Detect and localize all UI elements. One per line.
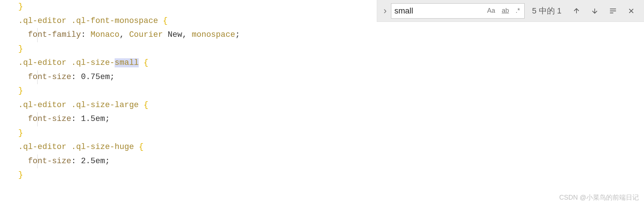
case-sensitive-icon[interactable]: Aa	[486, 6, 497, 15]
code-token: font-family	[28, 30, 81, 39]
code-token: monospace	[192, 30, 235, 39]
code-token: {	[139, 142, 143, 152]
search-input[interactable]	[394, 6, 482, 16]
code-token: :	[81, 30, 91, 39]
watermark-text: CSDN @小菜鸟的前端日记	[559, 193, 639, 202]
code-token: font-size	[28, 157, 71, 166]
code-token: {	[163, 16, 168, 26]
code-token: }	[18, 2, 23, 11]
filter-icon[interactable]	[605, 5, 621, 17]
code-line[interactable]: .ql-editor .ql-size-large {	[18, 98, 644, 113]
code-token: .ql-editor .ql-font-monospace	[18, 16, 163, 26]
code-token: font-size	[28, 72, 71, 82]
code-token: .ql-editor .ql-size-	[18, 58, 115, 67]
next-match-icon[interactable]	[587, 5, 602, 17]
code-line[interactable]: font-size: 2.5em;	[18, 154, 644, 169]
code-token: {	[143, 58, 148, 67]
search-result-count: 5 中的 1	[528, 5, 566, 16]
whole-word-icon[interactable]: ab	[500, 6, 510, 15]
code-line[interactable]: .ql-editor .ql-size-small {	[18, 56, 644, 70]
code-line[interactable]: }	[18, 42, 644, 56]
code-token: ;	[235, 30, 240, 39]
code-token: }	[18, 129, 23, 138]
code-line[interactable]: .ql-editor .ql-size-huge {	[18, 140, 644, 154]
code-token: ;	[110, 72, 115, 82]
code-token: small	[115, 58, 139, 67]
search-input-container: Aa ab .*	[391, 3, 525, 19]
code-token: ,	[119, 30, 129, 39]
code-token: Monaco	[91, 30, 119, 39]
close-icon[interactable]	[624, 5, 639, 17]
code-token: .ql-editor .ql-size-large	[18, 101, 143, 110]
code-token: ;	[105, 114, 110, 123]
code-token: Courier	[129, 30, 163, 39]
toggle-replace-icon[interactable]: ›	[382, 5, 388, 16]
regex-icon[interactable]: .*	[514, 6, 521, 15]
code-token: : 1.5em	[71, 114, 105, 123]
code-line[interactable]: font-family: Monaco, Courier New, monosp…	[18, 28, 644, 42]
find-widget: › Aa ab .* 5 中的 1	[377, 0, 644, 22]
code-line[interactable]: }	[18, 84, 644, 98]
code-token	[139, 58, 143, 67]
prev-match-icon[interactable]	[569, 5, 584, 17]
code-token: New,	[163, 30, 192, 39]
code-token: }	[18, 170, 23, 180]
code-line[interactable]: }	[18, 168, 644, 183]
code-token: }	[18, 44, 23, 54]
code-token: : 2.5em	[71, 157, 105, 166]
code-token: ;	[105, 157, 110, 166]
code-editor[interactable]: }.ql-editor .ql-font-monospace { font-fa…	[0, 0, 644, 183]
code-line[interactable]: }	[18, 126, 644, 141]
code-token: {	[143, 101, 148, 110]
code-token: : 0.75em	[71, 72, 110, 82]
code-line[interactable]: font-size: 1.5em;	[18, 112, 644, 126]
code-token: .ql-editor .ql-size-huge	[18, 142, 139, 152]
code-token: }	[18, 86, 23, 95]
code-token: font-size	[28, 114, 71, 123]
code-line[interactable]: font-size: 0.75em;	[18, 70, 644, 85]
